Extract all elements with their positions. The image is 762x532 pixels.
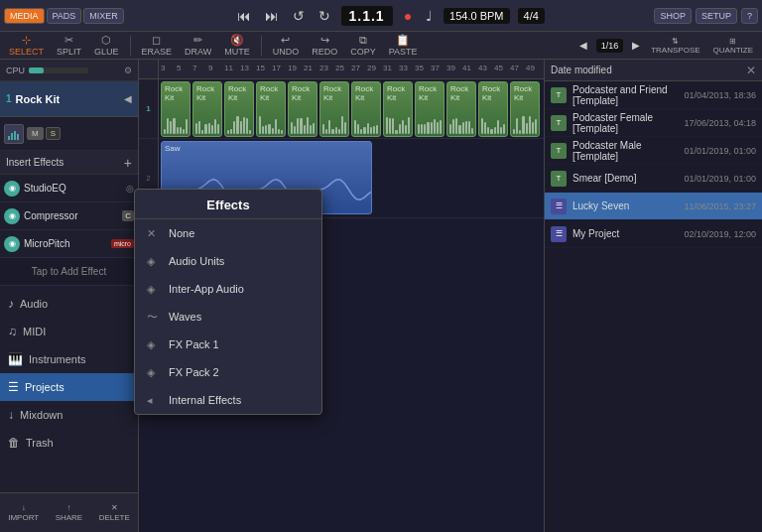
micropitch-power[interactable]: ◉	[4, 236, 20, 252]
file-row-3[interactable]: TSmear [Demo]01/01/2019, 01:00	[545, 165, 762, 193]
file-row-4[interactable]: ☰Lucky Seven11/06/2015, 23:27	[545, 193, 762, 220]
drum-clip-8[interactable]: Rock Kit	[415, 81, 444, 137]
nav-item-projects[interactable]: ☰ Projects	[0, 373, 138, 401]
file-row-1[interactable]: TPodcaster Female [Template]17/06/2013, …	[545, 109, 762, 137]
quantize-btn[interactable]: ⊞ QUANTIZE	[708, 35, 758, 57]
insert-effects-add-icon[interactable]: +	[124, 155, 132, 171]
file-date-1: 17/06/2013, 04:18	[684, 118, 756, 128]
ruler-mark-33: 33	[399, 64, 408, 72]
effect-row-compressor[interactable]: ◉ Compressor C	[0, 202, 138, 230]
track-header[interactable]: 1 Rock Kit ◀	[0, 81, 138, 117]
tab-mixer[interactable]: MIXER	[83, 8, 124, 24]
prev-bar-btn[interactable]: ◀	[576, 38, 590, 53]
file-browser-close-btn[interactable]: ✕	[746, 64, 756, 77]
metronome-btn[interactable]: ♩	[423, 6, 436, 26]
share-btn[interactable]: ↑ SHARE	[56, 503, 83, 522]
tab-setup[interactable]: SETUP	[696, 8, 737, 24]
add-effect-btn[interactable]: Tap to Add Effect	[0, 258, 138, 286]
rewind-btn[interactable]: ↺	[290, 6, 308, 26]
copy-btn[interactable]: ⧉ COPY	[345, 32, 381, 59]
mute-tool[interactable]: 🔇 MUTE	[219, 32, 255, 59]
effect-option-3[interactable]: 〜Waves	[135, 303, 321, 331]
split-icon: ✂	[64, 34, 73, 47]
file-date-5: 02/10/2019, 12:00	[684, 229, 756, 239]
tab-pads[interactable]: PADS	[47, 8, 82, 24]
drum-clip-1[interactable]: Rock Kit	[192, 81, 222, 137]
drum-clip-6[interactable]: Rock Kit	[351, 81, 381, 137]
next-bar-btn[interactable]: ▶	[629, 38, 643, 53]
ruler-mark-41: 41	[462, 64, 471, 72]
draw-tool[interactable]: ✏ DRAW	[180, 32, 216, 59]
glue-tool[interactable]: ⬡ GLUE	[89, 32, 124, 59]
undo-btn[interactable]: ↩ UNDO	[268, 32, 305, 59]
track-mode-icon[interactable]	[4, 124, 24, 144]
go-start-btn[interactable]: ⏮	[234, 6, 254, 26]
drum-clip-4[interactable]: Rock Kit	[288, 81, 318, 137]
file-date-2: 01/01/2019, 01:00	[684, 146, 756, 156]
select-tool[interactable]: ⊹ SELECT	[4, 32, 49, 59]
paste-btn[interactable]: 📋 PASTE	[384, 32, 423, 59]
fast-forward-btn[interactable]: ↻	[316, 6, 333, 26]
file-row-0[interactable]: TPodcaster and Friend [Template]01/04/20…	[545, 81, 762, 109]
nav-item-trash[interactable]: 🗑 Trash	[0, 429, 138, 457]
drum-clip-5[interactable]: Rock Kit	[319, 81, 349, 137]
nav-item-mixdown[interactable]: ↓ Mixdown	[0, 401, 138, 429]
track-label-col	[139, 60, 159, 78]
file-date-4: 11/06/2015, 23:27	[684, 201, 756, 211]
cpu-settings-icon[interactable]: ⚙	[124, 66, 132, 75]
time-display[interactable]: 1.1.1	[341, 6, 393, 26]
mute-btn[interactable]: M	[27, 127, 44, 140]
import-btn[interactable]: ↓ IMPORT	[8, 503, 39, 522]
record-btn[interactable]: ●	[401, 6, 415, 26]
erase-tool[interactable]: ◻ ERASE	[137, 32, 178, 59]
effect-row-micropitch[interactable]: ◉ MicroPitch micro	[0, 230, 138, 258]
effect-option-4[interactable]: ◈FX Pack 1	[135, 331, 321, 358]
redo-btn[interactable]: ↪ REDO	[307, 32, 342, 59]
file-name-0: Podcaster and Friend [Template]	[572, 84, 684, 106]
track-collapse-icon[interactable]: ◀	[124, 93, 132, 104]
effect-option-5[interactable]: ◈FX Pack 2	[135, 358, 321, 386]
drum-clip-2[interactable]: Rock Kit	[224, 81, 254, 137]
drum-clip-0[interactable]: Rock Kit	[161, 81, 190, 137]
top-tabs: MEDIA PADS MIXER	[4, 8, 124, 24]
file-name-1: Podcaster Female [Template]	[572, 112, 684, 134]
file-row-2[interactable]: TPodcaster Male [Template]01/01/2019, 01…	[545, 137, 762, 165]
time-sig-display[interactable]: 4/4	[518, 8, 545, 24]
file-date-0: 01/04/2013, 18:36	[684, 90, 756, 100]
effect-opt-icon-2: ◈	[147, 283, 161, 296]
drum-clip-10[interactable]: Rock Kit	[478, 81, 508, 137]
effect-option-1[interactable]: ◈Audio Units	[135, 247, 321, 275]
effect-opt-icon-1: ◈	[147, 255, 161, 268]
tab-help[interactable]: ?	[741, 8, 758, 24]
bpm-display[interactable]: 154.0 BPM	[444, 8, 509, 24]
compressor-power[interactable]: ◉	[4, 208, 20, 224]
drum-clip-7[interactable]: Rock Kit	[383, 81, 413, 137]
split-tool[interactable]: ✂ SPLIT	[52, 32, 86, 59]
delete-btn[interactable]: ✕ DELETE	[99, 503, 130, 522]
tab-shop[interactable]: SHOP	[654, 8, 692, 24]
drum-clip-3[interactable]: Rock Kit	[256, 81, 286, 137]
effect-row-studioeq[interactable]: ◉ StudioEQ ◎	[0, 175, 138, 202]
quantize-display[interactable]: 1/16	[596, 39, 624, 53]
ruler-mark-11: 11	[224, 64, 233, 72]
arrange-header: 3579111315171921232527293133353739414345…	[139, 60, 544, 79]
file-row-5[interactable]: ☰My Project02/10/2019, 12:00	[545, 220, 762, 248]
effect-option-6[interactable]: ◂Internal Effects	[135, 386, 321, 414]
tab-media[interactable]: MEDIA	[4, 8, 45, 24]
solo-btn[interactable]: S	[46, 127, 61, 140]
go-end-btn[interactable]: ⏭	[262, 6, 282, 26]
projects-icon: ☰	[8, 380, 19, 394]
nav-item-midi[interactable]: ♫ MIDI	[0, 318, 138, 345]
effect-option-0[interactable]: ✕None	[135, 219, 321, 247]
ruler-mark-17: 17	[272, 64, 281, 72]
transpose-btn[interactable]: ⇅ TRANSPOSE	[646, 35, 704, 57]
effect-option-2[interactable]: ◈Inter-App Audio	[135, 275, 321, 303]
studioeq-power[interactable]: ◉	[4, 181, 20, 197]
nav-item-instruments[interactable]: 🎹 Instruments	[0, 345, 138, 373]
track-number: 1	[6, 93, 12, 104]
drum-clip-11[interactable]: Rock Kit	[510, 81, 540, 137]
ruler-mark-37: 37	[431, 64, 440, 72]
nav-item-audio[interactable]: ♪ Audio	[0, 290, 138, 318]
track-lane-content-1[interactable]: Rock KitRock KitRock KitRock KitRock Kit…	[159, 79, 544, 138]
drum-clip-9[interactable]: Rock Kit	[446, 81, 476, 137]
